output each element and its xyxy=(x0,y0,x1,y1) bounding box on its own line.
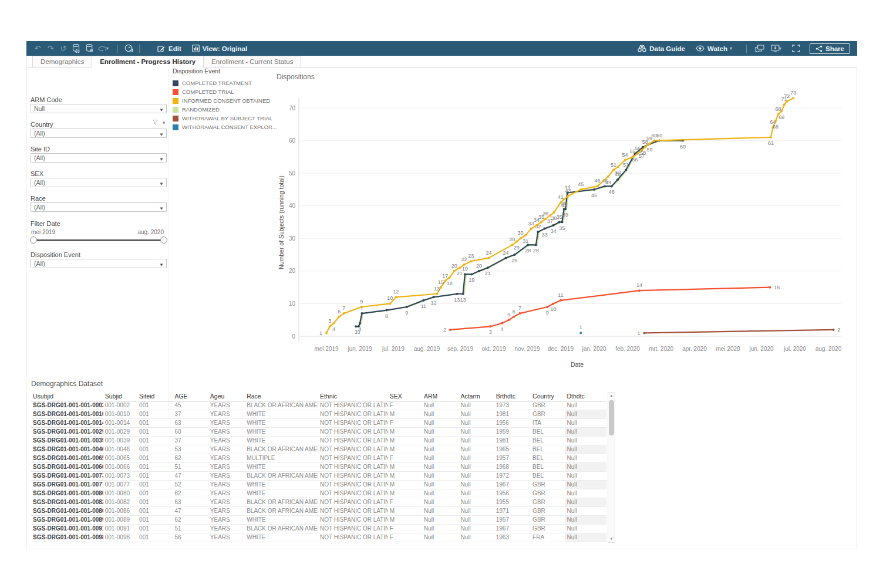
table-cell: F xyxy=(388,454,422,462)
pause-updates-icon[interactable] xyxy=(83,41,96,56)
table-cell: NOT HISPANIC OR LATINO xyxy=(318,462,388,471)
column-header-race[interactable]: Race xyxy=(245,392,318,401)
column-header-subjid[interactable]: Subjid xyxy=(103,392,137,401)
disposition-event-legend: Disposition Event COMPLETED TREATMENTCOM… xyxy=(173,67,272,131)
run-flow-caret-icon[interactable]: ▾ xyxy=(106,46,113,51)
sheet-tab-2[interactable]: Enrollment - Current Status xyxy=(203,56,301,67)
filter-panel: ARM Code Null▼ Country ▼ (All)▼ Site ID … xyxy=(29,67,169,420)
edit-button[interactable]: Edit xyxy=(152,41,187,56)
race-dropdown[interactable]: (All)▼ xyxy=(31,202,167,212)
metrics-gauge-icon[interactable] xyxy=(122,41,135,56)
scroll-up-icon[interactable]: ▲ xyxy=(608,393,615,399)
table-row[interactable]: SGS-DRG01-001-001-0073001-007300147YEARS… xyxy=(31,471,606,480)
legend-item-4[interactable]: WITHDRAWAL BY SUBJECT TRIAL xyxy=(173,114,272,123)
table-cell: SGS-DRG01-001-001-0066 xyxy=(31,462,103,471)
legend-item-1[interactable]: COMPLETED TRIAL xyxy=(173,87,272,96)
scrollbar-thumb[interactable] xyxy=(609,400,614,435)
series-withdrawal-consent-explor-[interactable]: 1 xyxy=(579,325,582,334)
column-header-dthdtc[interactable]: Dthdtc xyxy=(565,392,606,401)
data-point xyxy=(478,270,480,272)
legend-item-2[interactable]: INFORMED CONSENT OBTAINED xyxy=(173,96,272,105)
table-row[interactable]: SGS-DRG01-001-001-0002001-000200145YEARS… xyxy=(31,401,606,410)
series-withdrawal-by-subject-trial[interactable]: 12 xyxy=(637,327,840,336)
undo-icon[interactable]: ↶ xyxy=(31,41,44,56)
data-point xyxy=(456,293,458,295)
data-point xyxy=(449,329,451,331)
column-header-arm[interactable]: ARM xyxy=(422,392,459,401)
series-informed-consent-obtained[interactable]: 1346791012131517182021222324282930313334… xyxy=(319,90,796,336)
table-row[interactable]: SGS-DRG01-001-001-0029001-002900160YEARS… xyxy=(31,427,606,436)
series-completed-trial[interactable]: 234567910111415 xyxy=(443,282,780,335)
comments-icon[interactable] xyxy=(753,41,766,56)
fullscreen-icon[interactable] xyxy=(790,41,803,56)
column-header-age[interactable]: AGE xyxy=(173,392,208,401)
table-scrollbar[interactable]: ▲ ▼ xyxy=(608,392,615,543)
table-cell: 62 xyxy=(173,454,208,462)
share-button[interactable]: Share xyxy=(810,43,850,54)
table-row[interactable]: SGS-DRG01-001-001-0082001-008200163YEARS… xyxy=(31,498,606,506)
legend-item-0[interactable]: COMPLETED TREATMENT xyxy=(173,79,272,87)
table-row[interactable]: SGS-DRG01-001-001-0098001-009800156YEARS… xyxy=(31,533,606,542)
sheet-tab-0[interactable]: Demographics xyxy=(32,56,92,67)
data-guide-button[interactable]: Data Guide xyxy=(632,41,690,56)
table-row[interactable]: SGS-DRG01-001-001-0039001-003900137YEARS… xyxy=(31,436,606,445)
table-cell: GBR xyxy=(531,498,565,506)
table-row[interactable]: SGS-DRG01-001-001-0077001-007700152YEARS… xyxy=(31,480,606,489)
y-tick-label: 70 xyxy=(289,105,296,111)
date-slider-handle-start[interactable] xyxy=(30,236,37,244)
sheet-tab-1[interactable]: Enrollment - Progress History xyxy=(92,56,204,67)
table-cell: Null xyxy=(459,436,494,445)
value-label: 3 xyxy=(328,318,331,324)
view-original-button[interactable]: View: Original xyxy=(187,41,252,56)
table-cell: 1968 xyxy=(494,462,531,471)
column-header-brthdtc[interactable]: Brthdtc xyxy=(494,392,531,401)
scroll-down-icon[interactable]: ▼ xyxy=(608,536,615,542)
revert-icon[interactable]: ↺ xyxy=(57,41,70,56)
date-slider[interactable] xyxy=(33,239,164,241)
value-label: 35 xyxy=(557,214,562,220)
refresh-data-icon[interactable] xyxy=(70,41,83,56)
country-dropdown[interactable]: (All)▼ xyxy=(31,129,167,138)
table-row[interactable]: SGS-DRG01-001-001-0066001-006600151YEARS… xyxy=(31,462,606,471)
table-cell: 1981 xyxy=(494,436,531,445)
column-header-sex[interactable]: SEX xyxy=(388,392,422,401)
dispositions-chart[interactable]: DispositionsNumber of Subjects (running … xyxy=(277,71,852,376)
table-row[interactable]: SGS-DRG01-001-001-0089001-008900162YEARS… xyxy=(31,515,606,524)
value-label: 3 xyxy=(489,329,492,335)
column-header-actarm[interactable]: Actarm xyxy=(459,392,494,401)
table-row[interactable]: SGS-DRG01-001-001-0014001-001400163YEARS… xyxy=(31,418,606,427)
disposition-event-dropdown[interactable]: (All)▼ xyxy=(31,259,167,268)
table-row[interactable]: SGS-DRG01-001-001-0065001-006500162YEARS… xyxy=(31,454,606,462)
table-cell: Null xyxy=(565,401,606,410)
table-cell: M xyxy=(388,427,422,436)
table-cell: 001-0089 xyxy=(103,515,137,524)
table-cell: SGS-DRG01-001-001-0010 xyxy=(31,410,103,418)
table-row[interactable]: SGS-DRG01-001-001-0086001-008600147YEARS… xyxy=(31,506,606,515)
column-header-siteid[interactable]: Siteid xyxy=(137,392,173,401)
table-cell: SGS-DRG01-001-001-0091 xyxy=(31,524,103,533)
redo-icon[interactable]: ↷ xyxy=(44,41,57,56)
filter-menu-caret-icon[interactable]: ▼ xyxy=(161,120,166,126)
column-header-country[interactable]: Country xyxy=(531,392,565,401)
column-header-usubjid[interactable]: Usubjid xyxy=(31,392,103,401)
table-cell: BEL xyxy=(531,436,565,445)
table-cell: 1957 xyxy=(494,515,531,524)
value-label: 14 xyxy=(636,282,642,288)
table-cell: ITA xyxy=(531,418,565,427)
sex-dropdown[interactable]: (All)▼ xyxy=(31,178,167,187)
column-header-ethnic[interactable]: Ethnic xyxy=(318,392,388,401)
watch-button[interactable]: Watch ▾ xyxy=(690,41,742,56)
table-row[interactable]: SGS-DRG01-001-001-0080001-008000162YEARS… xyxy=(31,489,606,498)
legend-item-3[interactable]: RANDOMIZED xyxy=(173,105,272,114)
funnel-icon[interactable] xyxy=(153,120,158,126)
table-row[interactable]: SGS-DRG01-001-001-0046001-004600153YEARS… xyxy=(31,445,606,454)
table-row[interactable]: SGS-DRG01-001-001-0010001-001000137YEARS… xyxy=(31,410,606,418)
download-caret-icon[interactable]: ▾ xyxy=(779,46,786,51)
site-id-dropdown[interactable]: (All)▼ xyxy=(31,153,167,163)
data-point xyxy=(463,263,466,266)
date-slider-handle-end[interactable] xyxy=(160,236,167,244)
arm-code-dropdown[interactable]: Null▼ xyxy=(31,104,167,113)
table-row[interactable]: SGS-DRG01-001-001-0091001-009100151YEARS… xyxy=(31,524,606,533)
column-header-ageu[interactable]: Ageu xyxy=(208,392,245,401)
legend-item-5[interactable]: WITHDRAWAL CONSENT EXPLOR... xyxy=(173,123,272,131)
